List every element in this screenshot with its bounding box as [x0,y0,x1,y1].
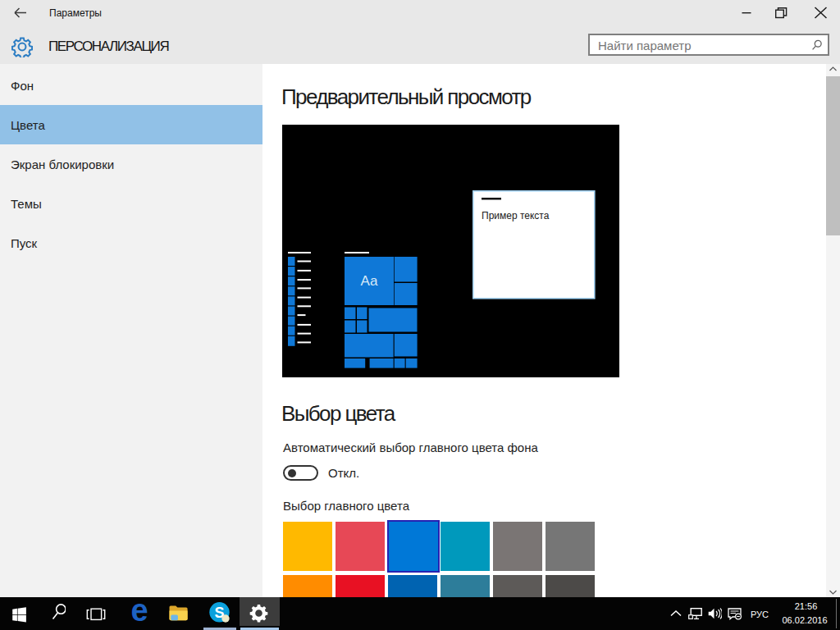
svg-text:Aa: Aa [361,273,378,289]
svg-text:Пример текста: Пример текста [482,210,550,221]
